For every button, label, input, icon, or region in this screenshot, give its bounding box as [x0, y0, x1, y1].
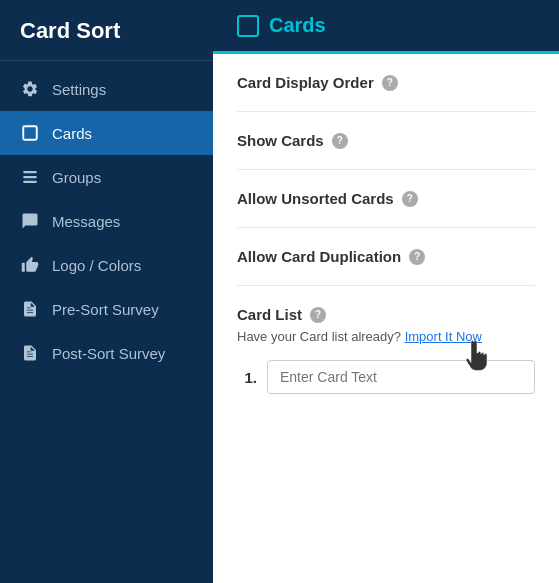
card-list-help-icon[interactable]: ?: [310, 307, 326, 323]
svg-rect-1: [23, 171, 37, 173]
svg-rect-3: [23, 181, 37, 183]
sidebar-item-groups-label: Groups: [52, 169, 101, 186]
doc-icon: [20, 299, 40, 319]
card-list-header: Card List ?: [237, 306, 535, 323]
sidebar-item-messages-label: Messages: [52, 213, 120, 230]
sidebar-item-logo-colors[interactable]: Logo / Colors: [0, 243, 213, 287]
card-display-order-help-icon[interactable]: ?: [382, 75, 398, 91]
card-input-row-1: 1.: [237, 360, 535, 394]
chat-icon: [20, 211, 40, 231]
sidebar-item-groups[interactable]: Groups: [0, 155, 213, 199]
setting-row-show-cards: Show Cards ?: [237, 112, 535, 170]
app-title: Card Sort: [0, 0, 213, 61]
show-cards-label: Show Cards: [237, 132, 324, 149]
show-cards-help-icon[interactable]: ?: [332, 133, 348, 149]
sidebar-item-messages[interactable]: Messages: [0, 199, 213, 243]
card-text-input-1[interactable]: [267, 360, 535, 394]
sidebar-item-cards-label: Cards: [52, 125, 92, 142]
allow-unsorted-cards-help-icon[interactable]: ?: [402, 191, 418, 207]
allow-card-duplication-label: Allow Card Duplication: [237, 248, 401, 265]
main-content: Cards Card Display Order ? Show Cards ? …: [213, 0, 559, 583]
allow-card-duplication-help-icon[interactable]: ?: [409, 249, 425, 265]
like-icon: [20, 255, 40, 275]
card-list-section: Card List ? Have your Card list already?…: [237, 286, 535, 394]
import-link-wrapper: Import It Now: [405, 329, 482, 344]
square-icon: [20, 123, 40, 143]
setting-row-allow-card-duplication: Allow Card Duplication ?: [237, 228, 535, 286]
main-header: Cards: [213, 0, 559, 54]
cards-header-icon: [237, 15, 259, 37]
main-body: Card Display Order ? Show Cards ? Allow …: [213, 54, 559, 402]
sidebar-item-post-sort-survey[interactable]: Post-Sort Survey: [0, 331, 213, 375]
card-list-subtitle-prefix: Have your Card list already?: [237, 329, 401, 344]
sidebar-item-post-sort-survey-label: Post-Sort Survey: [52, 345, 165, 362]
card-display-order-label: Card Display Order: [237, 74, 374, 91]
svg-rect-0: [23, 126, 37, 140]
card-number-1: 1.: [237, 369, 257, 386]
sidebar-item-settings-label: Settings: [52, 81, 106, 98]
sidebar-item-settings[interactable]: Settings: [0, 67, 213, 111]
sidebar-nav: Settings Cards Groups: [0, 61, 213, 375]
setting-row-card-display-order: Card Display Order ?: [237, 54, 535, 112]
list-icon: [20, 167, 40, 187]
svg-rect-2: [23, 176, 37, 178]
card-list-label: Card List: [237, 306, 302, 323]
sidebar-item-cards[interactable]: Cards: [0, 111, 213, 155]
doc2-icon: [20, 343, 40, 363]
sidebar-item-logo-colors-label: Logo / Colors: [52, 257, 141, 274]
sidebar-item-pre-sort-survey-label: Pre-Sort Survey: [52, 301, 159, 318]
gear-icon: [20, 79, 40, 99]
import-it-now-link[interactable]: Import It Now: [405, 329, 482, 344]
allow-unsorted-cards-label: Allow Unsorted Cards: [237, 190, 394, 207]
main-header-title: Cards: [269, 14, 326, 37]
sidebar-item-pre-sort-survey[interactable]: Pre-Sort Survey: [0, 287, 213, 331]
setting-row-allow-unsorted-cards: Allow Unsorted Cards ?: [237, 170, 535, 228]
card-list-subtitle: Have your Card list already? Import It N…: [237, 329, 535, 344]
sidebar: Card Sort Settings Cards: [0, 0, 213, 583]
